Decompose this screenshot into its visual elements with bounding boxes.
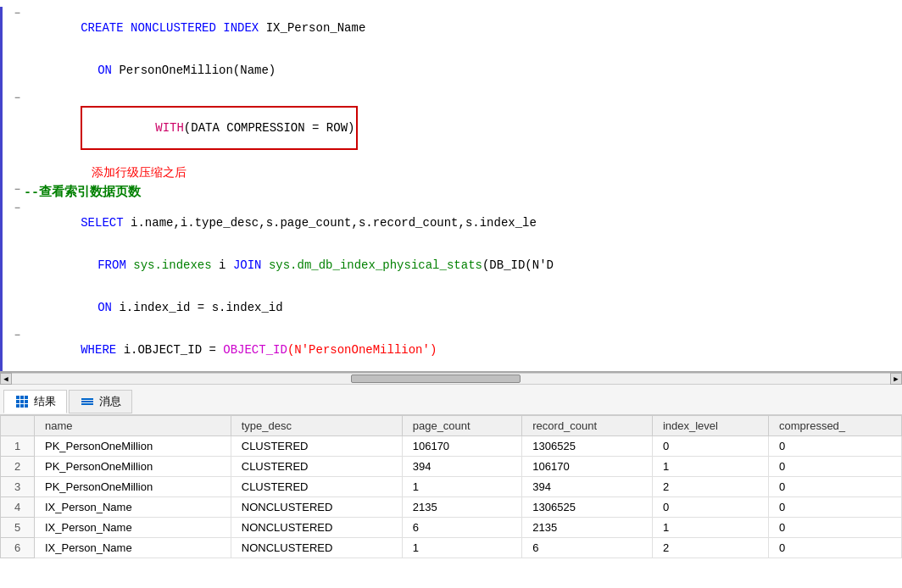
code-line-4: SELECT i.name,i.type_desc,s.page_count,s… (24, 202, 902, 243)
kw-create: CREATE (81, 21, 131, 35)
row-name: IX_Person_Name (35, 497, 231, 518)
with-content: (DATA COMPRESSION = ROW) (184, 121, 355, 135)
sql-line-6: ON i.index_id = s.index_id (0, 286, 902, 329)
code-line-5: FROM sys.indexes i JOIN sys.dm_db_index_… (41, 245, 902, 286)
row-number: 4 (1, 497, 35, 518)
kw-nonclustered: NONCLUSTERED (131, 21, 223, 35)
row-index-level: 0 (652, 497, 768, 518)
row-index-level: 1 (652, 457, 768, 477)
from-table1: sys.indexes (133, 258, 219, 272)
scroll-left-arrow[interactable]: ◀ (0, 373, 12, 385)
sql-editor: − CREATE NONCLUSTERED INDEX IX_Person_Na… (0, 0, 902, 373)
messages-tab-icon (80, 396, 95, 408)
kw-index: INDEX (223, 21, 265, 35)
sql-line-1: − CREATE NONCLUSTERED INDEX IX_Person_Na… (0, 7, 902, 49)
kw-on: ON (97, 64, 119, 77)
col-record-count: record_count (522, 416, 653, 436)
row-page-count: 106170 (402, 436, 522, 457)
row-number: 6 (1, 538, 35, 558)
on-table: PersonOneMillion(Name) (119, 64, 276, 77)
expand-icon-3[interactable]: − (14, 92, 20, 104)
row-index-level: 1 (652, 518, 768, 538)
scroll-right-arrow[interactable]: ▶ (890, 373, 902, 385)
from-table2: sys.dm_db_index_physical_stats (269, 258, 482, 272)
line-gutter-cmt: − (0, 184, 24, 196)
grid-icon (16, 396, 28, 408)
row-page-count: 6 (402, 518, 522, 538)
row-compressed: 0 (769, 436, 902, 457)
row-page-count: 394 (402, 457, 522, 477)
row-number: 5 (1, 518, 35, 538)
expand-icon-1[interactable]: − (14, 8, 20, 19)
row-record-count: 1306525 (522, 436, 653, 457)
row-page-count: 2135 (402, 497, 522, 518)
table-header: name type_desc page_count record_count i… (1, 416, 902, 436)
line-gutter-4: − (0, 202, 24, 214)
tab-results[interactable]: 结果 (3, 390, 67, 413)
row-compressed: 0 (769, 457, 902, 477)
row-record-count: 1306525 (522, 497, 653, 518)
line-gutter-7: − (0, 330, 24, 341)
kw-from: FROM (97, 258, 133, 272)
col-type-desc: type_desc (231, 416, 402, 436)
code-line-1: CREATE NONCLUSTERED INDEX IX_Person_Name (24, 8, 902, 48)
row-index-level: 0 (652, 436, 768, 457)
col-name: name (35, 416, 231, 436)
header-row: name type_desc page_count record_count i… (1, 416, 902, 436)
line-gutter: − (0, 8, 24, 19)
with-box: WITH(DATA COMPRESSION = ROW) (81, 106, 358, 150)
row-name: PK_PersonOneMillion (35, 477, 231, 497)
row-number: 3 (1, 477, 35, 497)
select-cols: i.name,i.type_desc,s.page_count,s.record… (131, 216, 537, 230)
table-body: 1PK_PersonOneMillionCLUSTERED10617013065… (1, 436, 902, 558)
where-fn: OBJECT_ID (223, 343, 287, 357)
kw-with: WITH (155, 121, 184, 135)
row-type-desc: CLUSTERED (231, 457, 402, 477)
row-index-level: 2 (652, 477, 768, 497)
code-line-7: WHERE i.OBJECT_ID = OBJECT_ID(N'PersonOn… (24, 330, 902, 370)
results-tab-icon (14, 396, 30, 408)
row-type-desc: NONCLUSTERED (231, 538, 402, 558)
row-type-desc: NONCLUSTERED (231, 518, 402, 538)
row-page-count: 1 (402, 538, 522, 558)
sql-line-5: FROM sys.indexes i JOIN sys.dm_db_index_… (0, 244, 902, 286)
code-line-3: WITH(DATA COMPRESSION = ROW) (24, 92, 902, 164)
col-page-count: page_count (402, 416, 522, 436)
sql-line-3: − WITH(DATA COMPRESSION = ROW) (0, 92, 902, 164)
from-alias1: i (219, 258, 233, 272)
expand-icon-7[interactable]: − (14, 330, 20, 341)
row-type-desc: CLUSTERED (231, 436, 402, 457)
row-number: 2 (1, 457, 35, 477)
row-compressed: 0 (769, 497, 902, 518)
kw-join: JOIN (233, 258, 269, 272)
tab-messages[interactable]: 消息 (69, 390, 132, 413)
sql-line-7: − WHERE i.OBJECT_ID = OBJECT_ID(N'Person… (0, 329, 902, 371)
horizontal-scrollbar[interactable]: ◀ ▶ (0, 373, 902, 385)
expand-icon-cmt[interactable]: − (14, 184, 20, 196)
where-cond1: i.OBJECT_ID = (124, 343, 224, 357)
annotation-line: 添加行级压缩之后 (0, 164, 902, 183)
comment-line: − --查看索引数据页数 (0, 183, 902, 202)
tab-bar: 结果 消息 (0, 385, 902, 415)
scroll-thumb[interactable] (351, 374, 521, 383)
expand-icon-4[interactable]: − (14, 202, 20, 214)
results-panel: 结果 消息 name type_desc page_count record_c… (0, 385, 902, 558)
code-line-2: ON PersonOneMillion(Name) (41, 50, 902, 91)
row-compressed: 0 (769, 538, 902, 558)
row-compressed: 0 (769, 477, 902, 497)
sql-line-4: − SELECT i.name,i.type_desc,s.page_count… (0, 202, 902, 244)
from-call: (DB_ID(N'D (482, 258, 554, 272)
table-row: 1PK_PersonOneMillionCLUSTERED10617013065… (1, 436, 902, 457)
tab-results-label: 结果 (34, 394, 56, 409)
table-row: 5IX_Person_NameNONCLUSTERED6213510 (1, 518, 902, 538)
tab-messages-label: 消息 (99, 394, 121, 409)
row-record-count: 106170 (522, 457, 653, 477)
row-name: IX_Person_Name (35, 518, 231, 538)
line-gutter-3: − (0, 92, 24, 104)
index-name: IX_Person_Name (266, 21, 366, 35)
annotation-text: 添加行级压缩之后 (92, 165, 187, 180)
row-compressed: 0 (769, 518, 902, 538)
row-name: IX_Person_Name (35, 538, 231, 558)
col-compressed: compressed_ (769, 416, 902, 436)
comment-text: --查看索引数据页数 (24, 184, 902, 200)
